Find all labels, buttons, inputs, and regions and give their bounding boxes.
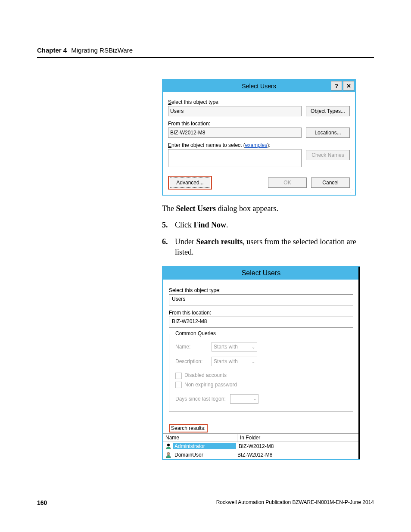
name-label: Name: bbox=[175, 344, 206, 350]
object-type-value: Users bbox=[168, 106, 302, 116]
description-combo[interactable]: Starts with ⌄ bbox=[212, 357, 257, 366]
table-row[interactable]: DomainUser BIZ-W2012-M8 bbox=[163, 451, 359, 459]
user-icon bbox=[165, 443, 171, 449]
dialog-titlebar: Select Users ? ✕ bbox=[163, 80, 355, 92]
days-combo[interactable]: ⌄ bbox=[230, 394, 258, 404]
column-folder[interactable]: In Folder bbox=[237, 434, 359, 442]
step-number: 5. bbox=[162, 220, 175, 230]
table-row[interactable]: Administrator BIZ-W2012-M8 bbox=[163, 442, 359, 451]
object-names-input[interactable] bbox=[168, 149, 302, 167]
dialog2-titlebar: Select Users bbox=[163, 267, 359, 280]
location-value-2: BIZ-W2012-M8 bbox=[169, 317, 353, 328]
non-expiring-checkbox[interactable]: Non expiring password bbox=[175, 382, 347, 388]
description-label: Description: bbox=[175, 358, 206, 364]
common-queries-legend: Common Queries bbox=[174, 330, 218, 336]
row-name: DomainUser bbox=[173, 452, 235, 458]
cancel-button[interactable]: Cancel bbox=[311, 177, 350, 188]
dialog-body: Select this object type: Users Object Ty… bbox=[163, 92, 355, 195]
page-number: 160 bbox=[37, 499, 47, 506]
table-header: Name In Folder bbox=[163, 434, 359, 442]
step-5: 5. Click Find Now. bbox=[162, 220, 364, 230]
search-results-label: Search results: bbox=[171, 425, 206, 431]
chevron-down-icon: ⌄ bbox=[252, 359, 255, 364]
checkbox-icon bbox=[175, 382, 182, 388]
step-body: Under Search results, users from the sel… bbox=[175, 236, 364, 258]
chevron-down-icon: ⌄ bbox=[253, 396, 256, 401]
row-folder: BIZ-W2012-M8 bbox=[235, 452, 272, 458]
help-icon[interactable]: ? bbox=[331, 81, 342, 90]
ok-button[interactable]: OK bbox=[268, 177, 307, 188]
object-type-label: Select this object type: bbox=[168, 99, 350, 105]
dialog2-body: Select this object type: Users From this… bbox=[163, 280, 359, 412]
step-number: 6. bbox=[162, 236, 175, 258]
object-type-value-2: Users bbox=[169, 294, 353, 305]
checkbox-icon bbox=[175, 373, 182, 379]
svg-point-1 bbox=[167, 452, 170, 455]
column-name[interactable]: Name bbox=[163, 434, 237, 442]
content-column: Select Users ? ✕ Select this object type… bbox=[162, 79, 364, 460]
search-results-highlight: Search results: bbox=[163, 424, 359, 432]
page-footer: 160 Rockwell Automation Publication BZWA… bbox=[37, 499, 374, 506]
advanced-button[interactable]: Advanced... bbox=[170, 177, 210, 188]
close-icon[interactable]: ✕ bbox=[343, 81, 354, 90]
location-label: From this location: bbox=[168, 121, 350, 127]
location-label-2: From this location: bbox=[169, 310, 353, 316]
check-names-button[interactable]: Check Names bbox=[306, 150, 350, 160]
resize-grip-icon[interactable]: ⋰ bbox=[349, 189, 354, 193]
advanced-highlight: Advanced... bbox=[168, 176, 212, 190]
dialog2-title: Select Users bbox=[242, 269, 281, 277]
step-6: 6. Under Search results, users from the … bbox=[162, 236, 364, 258]
select-users-dialog: Select Users ? ✕ Select this object type… bbox=[162, 79, 356, 196]
select-users-advanced-dialog: Select Users Select this object type: Us… bbox=[162, 266, 360, 460]
row-name: Administrator bbox=[173, 443, 236, 449]
chevron-down-icon: ⌄ bbox=[252, 345, 255, 349]
object-names-label: Enter the object names to select (exampl… bbox=[168, 142, 350, 148]
examples-link[interactable]: examples bbox=[245, 142, 267, 148]
page-header: Chapter 4 Migrating RSBizWare bbox=[37, 47, 374, 58]
paragraph: The Select Users dialog box appears. bbox=[162, 203, 364, 214]
row-folder: BIZ-W2012-M8 bbox=[236, 443, 274, 449]
publication-info: Rockwell Automation Publication BZWARE-I… bbox=[216, 499, 374, 506]
user-icon bbox=[165, 452, 171, 458]
chapter-title: Migrating RSBizWare bbox=[71, 47, 133, 54]
location-value: BIZ-W2012-M8 bbox=[168, 128, 302, 138]
svg-point-0 bbox=[167, 444, 170, 446]
disabled-accounts-checkbox[interactable]: Disabled accounts bbox=[175, 372, 347, 379]
object-types-button[interactable]: Object Types... bbox=[306, 106, 350, 116]
object-type-label-2: Select this object type: bbox=[169, 287, 353, 293]
step-body: Click Find Now. bbox=[175, 220, 364, 230]
chapter-label: Chapter 4 bbox=[37, 47, 67, 54]
days-label: Days since last logon: bbox=[175, 396, 226, 402]
page: Chapter 4 Migrating RSBizWare Select Use… bbox=[0, 0, 411, 532]
locations-button[interactable]: Locations... bbox=[306, 128, 350, 138]
common-queries-group: Common Queries Name: Starts with ⌄ Descr… bbox=[169, 334, 353, 412]
results-table: Name In Folder Administrator BIZ-W2012-M… bbox=[163, 433, 359, 459]
name-combo[interactable]: Starts with ⌄ bbox=[212, 342, 257, 352]
dialog-title: Select Users bbox=[242, 83, 276, 90]
